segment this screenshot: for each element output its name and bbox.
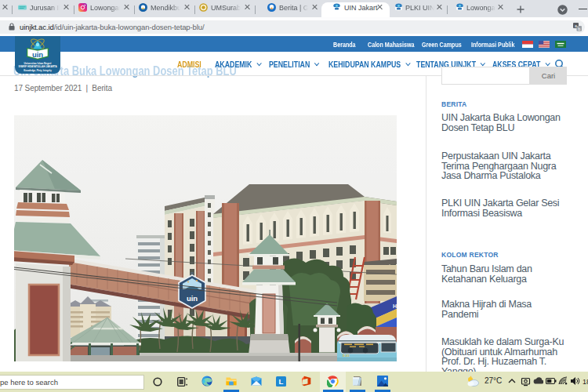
svg-text:SYARIF HIDAYATULLAH JAKARTA: SYARIF HIDAYATULLAH JAKARTA	[18, 65, 57, 68]
svg-text:uin: uin	[32, 50, 43, 59]
svg-text:b: b	[578, 26, 580, 31]
svg-text:L: L	[279, 377, 284, 386]
svg-text:Knowledge, Piety, Integrity: Knowledge, Piety, Integrity	[24, 69, 52, 72]
